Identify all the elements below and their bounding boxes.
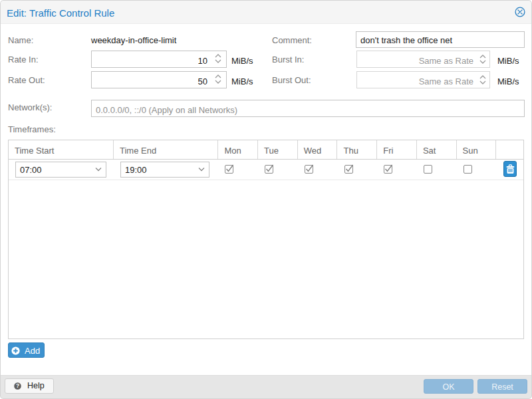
svg-text:?: ? [15, 382, 19, 389]
